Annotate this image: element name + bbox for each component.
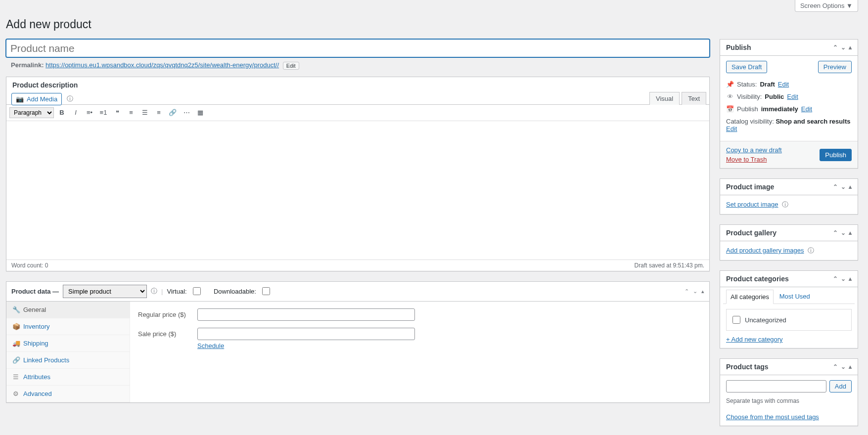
description-box-title: Product description [12,81,78,89]
eye-icon: 👁 [726,93,734,100]
move-down-icon[interactable]: ⌄ [841,44,846,51]
draft-saved-time: Draft saved at 9:51:43 pm. [635,262,704,269]
product-title-input[interactable] [6,39,710,57]
editor-toolbar: Paragraph B I ≡• ≡1 ❝ ≡ ☰ ≡ 🔗 ⋯ ▦ [6,105,709,121]
bold-icon[interactable]: B [56,107,68,119]
toolbar-toggle-icon[interactable]: ▦ [194,107,206,119]
move-up-icon[interactable]: ⌃ [685,288,689,295]
add-tag-button[interactable]: Add [829,380,852,392]
format-select[interactable]: Paragraph [9,107,54,118]
quote-icon[interactable]: ❝ [111,107,123,119]
link-icon[interactable]: 🔗 [167,107,179,119]
tab-attributes[interactable]: ☰Attributes [6,369,130,386]
align-center-icon[interactable]: ☰ [139,107,151,119]
screen-options-button[interactable]: Screen Options ▼ [795,0,858,12]
add-new-category-link[interactable]: + Add new category [726,336,783,343]
link-icon: 🔗 [12,356,19,364]
toggle-icon[interactable]: ▴ [849,183,852,190]
help-icon[interactable]: ⓘ [151,287,157,296]
tab-shipping[interactable]: 🚚Shipping [6,335,130,352]
tab-linked-products[interactable]: 🔗Linked Products [6,352,130,369]
tab-general[interactable]: 🔧General [6,302,130,318]
regular-price-label: Regular price ($) [138,311,197,318]
tab-inventory[interactable]: 📦Inventory [6,318,130,335]
toggle-icon[interactable]: ▴ [701,288,704,295]
copy-draft-link[interactable]: Copy to a new draft [726,146,782,154]
downloadable-checkbox[interactable] [262,287,270,295]
edit-status-link[interactable]: Edit [778,81,789,88]
save-draft-button[interactable]: Save Draft [726,61,767,73]
bullet-list-icon[interactable]: ≡• [84,107,95,119]
help-icon[interactable]: ⓘ [782,201,788,208]
toggle-icon[interactable]: ▴ [849,363,852,370]
downloadable-label: Downloadable: [214,288,256,295]
permalink-label: Permalink: [11,61,44,69]
sale-price-label: Sale price ($) [138,330,197,338]
help-icon[interactable]: ⓘ [808,247,814,254]
move-up-icon[interactable]: ⌃ [833,275,838,282]
move-trash-link[interactable]: Move to Trash [726,156,782,163]
help-icon[interactable]: ⓘ [67,94,73,103]
product-image-box: Product image ⌃⌄▴ Set product image ⓘ [720,178,858,215]
move-down-icon[interactable]: ⌄ [841,363,846,370]
move-up-icon[interactable]: ⌃ [833,44,838,51]
move-up-icon[interactable]: ⌃ [833,183,838,190]
pin-icon: 📌 [726,81,734,88]
product-gallery-box: Product gallery ⌃⌄▴ Add product gallery … [720,224,858,261]
move-up-icon[interactable]: ⌃ [833,363,838,370]
add-media-button[interactable]: 📷 Add Media [11,93,62,105]
preview-button[interactable]: Preview [818,61,852,73]
virtual-checkbox[interactable] [193,287,201,295]
publish-box-title: Publish [726,44,751,51]
product-description-box: Product description 📷 Add Media ⓘ Visual… [6,77,710,271]
product-data-box: Product data — Simple product ⓘ | Virtua… [6,281,710,403]
toggle-icon[interactable]: ▴ [849,44,852,51]
product-tags-box: Product tags ⌃⌄▴ Add Separate tags with … [720,358,858,426]
attributes-icon: ☰ [12,373,19,381]
move-down-icon[interactable]: ⌄ [841,183,846,190]
sale-price-input[interactable] [197,328,415,340]
publish-button[interactable]: Publish [820,149,852,161]
word-count: Word count: 0 [11,262,48,269]
regular-price-input[interactable] [197,308,415,321]
product-type-select[interactable]: Simple product [63,285,147,298]
move-down-icon[interactable]: ⌄ [841,275,846,282]
product-image-title: Product image [726,183,774,191]
align-left-icon[interactable]: ≡ [125,107,137,119]
tab-visual[interactable]: Visual [649,92,680,105]
edit-visibility-link[interactable]: Edit [787,93,798,100]
numbered-list-icon[interactable]: ≡1 [97,107,109,119]
editor-content[interactable] [6,121,709,260]
virtual-label: Virtual: [167,288,186,295]
category-uncategorized-checkbox[interactable] [732,316,740,324]
permalink: Permalink: https://optimus.eu1.wpsandbox… [11,61,710,70]
product-data-label: Product data — [11,288,59,295]
move-down-icon[interactable]: ⌄ [841,229,846,236]
add-gallery-images-link[interactable]: Add product gallery images [726,247,804,254]
categories-title: Product categories [726,275,789,283]
media-icon: 📷 [16,95,24,103]
page-title: Add new product [6,18,858,31]
tab-advanced[interactable]: ⚙Advanced [6,386,130,402]
permalink-url[interactable]: https://optimus.eu1.wpsandbox.cloud/zqs/… [46,61,279,69]
move-down-icon[interactable]: ⌄ [693,288,697,295]
choose-tags-link[interactable]: Choose from the most used tags [726,413,819,421]
italic-icon[interactable]: I [70,107,82,119]
category-uncategorized-label: Uncategorized [745,316,786,324]
tab-text[interactable]: Text [682,92,706,105]
toggle-icon[interactable]: ▴ [849,229,852,236]
set-product-image-link[interactable]: Set product image [726,201,778,208]
schedule-link[interactable]: Schedule [197,342,224,349]
more-icon[interactable]: ⋯ [181,107,192,119]
wrench-icon: 🔧 [12,306,19,313]
edit-date-link[interactable]: Edit [801,105,812,113]
permalink-edit-button[interactable]: Edit [283,62,299,70]
tab-most-used[interactable]: Most Used [776,290,814,303]
align-right-icon[interactable]: ≡ [153,107,165,119]
edit-catalog-link[interactable]: Edit [726,125,737,132]
tab-all-categories[interactable]: All categories [726,290,774,304]
tag-input[interactable] [726,380,826,392]
toggle-icon[interactable]: ▴ [849,275,852,282]
shipping-icon: 🚚 [12,340,19,347]
move-up-icon[interactable]: ⌃ [833,229,838,236]
